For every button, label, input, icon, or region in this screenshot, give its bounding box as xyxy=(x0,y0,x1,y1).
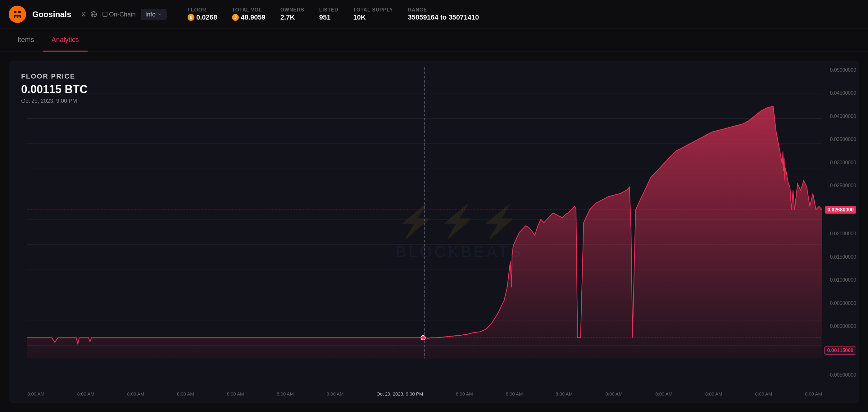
svg-rect-3 xyxy=(14,15,21,18)
range-stat: RANGE 35059164 to 35071410 xyxy=(408,7,479,22)
header: Goosinals X On-Chain Info FLOOR ₿ 0.0268… xyxy=(0,0,868,29)
header-links: X On-Chain Info xyxy=(81,9,166,20)
nav-tabs: Items Analytics xyxy=(0,29,868,52)
total-supply-stat: TOTAL SUPPLY 10K xyxy=(353,7,393,22)
chart-container: FLOOR PRICE 0.00115 BTC Oct 29, 2023, 9:… xyxy=(9,61,859,403)
svg-point-26 xyxy=(421,336,426,340)
collection-name: Goosinals xyxy=(32,10,71,19)
svg-rect-2 xyxy=(18,11,21,13)
x-axis-labels: 8:00 AM 8:00 AM 8:00 AM 8:00 AM 8:00 AM … xyxy=(27,391,822,397)
tab-items[interactable]: Items xyxy=(9,29,43,52)
y-axis-labels: 0.05000000 0.04500000 0.04000000 0.03500… xyxy=(824,67,856,378)
highlighted-date: Oct 29, 2023, 9:00 PM xyxy=(376,391,423,397)
chart-svg-wrapper xyxy=(9,61,859,403)
header-stats: FLOOR ₿ 0.0268 TOTAL VOL ₿ 48.9059 OWNER… xyxy=(188,7,479,22)
floor-stat: FLOOR ₿ 0.0268 xyxy=(188,7,217,22)
info-button[interactable]: Info xyxy=(141,9,166,20)
total-vol-stat: TOTAL VOL ₿ 48.9059 xyxy=(232,7,266,22)
svg-rect-9 xyxy=(103,12,107,17)
avatar xyxy=(9,6,26,23)
svg-rect-4 xyxy=(15,17,17,18)
listed-stat: LISTED 951 xyxy=(319,7,339,22)
current-price-badge: 0.02680000 xyxy=(825,206,856,214)
twitter-link[interactable]: X xyxy=(81,11,85,18)
chain-link[interactable]: On-Chain xyxy=(102,11,136,18)
svg-rect-5 xyxy=(18,17,20,18)
website-link[interactable] xyxy=(90,11,97,18)
min-price-badge: 0.00115000 xyxy=(824,347,856,354)
svg-rect-1 xyxy=(14,11,17,13)
btc-icon: ₿ xyxy=(188,14,194,21)
btc-icon2: ₿ xyxy=(232,14,239,21)
owners-stat: OWNERS 2.7K xyxy=(280,7,304,22)
svg-rect-0 xyxy=(11,8,23,20)
tab-analytics[interactable]: Analytics xyxy=(43,29,88,52)
